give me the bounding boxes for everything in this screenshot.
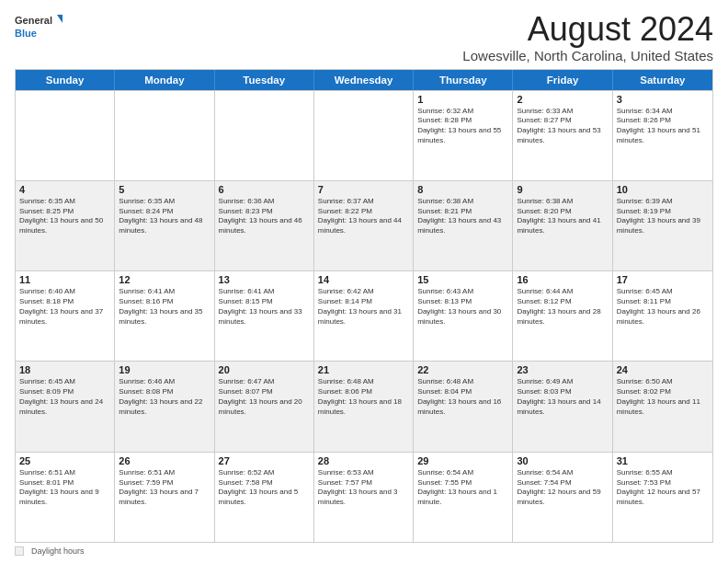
svg-marker-2 [57,15,63,26]
calendar-week-2: 4Sunrise: 6:35 AMSunset: 8:25 PMDaylight… [16,180,712,270]
day-number: 21 [318,364,409,375]
calendar-body: 1Sunrise: 6:32 AMSunset: 8:28 PMDaylight… [16,90,712,542]
day-info: Sunrise: 6:43 AMSunset: 8:13 PMDaylight:… [417,287,508,327]
day-number: 31 [617,455,709,466]
day-info: Sunrise: 6:52 AMSunset: 7:58 PMDaylight:… [219,468,310,508]
calendar-header-cell: Thursday [414,70,513,90]
day-number: 26 [119,455,210,466]
day-number: 23 [517,364,608,375]
day-number: 14 [318,274,409,285]
calendar-cell: 31Sunrise: 6:55 AMSunset: 7:53 PMDayligh… [613,453,712,542]
calendar: SundayMondayTuesdayWednesdayThursdayFrid… [15,69,713,543]
svg-text:Blue: Blue [15,28,37,39]
day-number: 9 [517,184,608,195]
day-info: Sunrise: 6:37 AMSunset: 8:22 PMDaylight:… [318,197,409,236]
calendar-cell: 8Sunrise: 6:38 AMSunset: 8:21 PMDaylight… [414,181,513,270]
calendar-cell: 18Sunrise: 6:45 AMSunset: 8:09 PMDayligh… [16,362,115,451]
calendar-cell: 25Sunrise: 6:51 AMSunset: 8:01 PMDayligh… [16,453,115,542]
day-info: Sunrise: 6:54 AMSunset: 7:54 PMDaylight:… [517,468,608,508]
day-number: 13 [219,274,310,285]
day-number: 2 [517,94,608,105]
day-info: Sunrise: 6:47 AMSunset: 8:07 PMDaylight:… [219,377,310,417]
day-info: Sunrise: 6:51 AMSunset: 8:01 PMDaylight:… [19,468,110,508]
day-number: 18 [19,364,110,375]
svg-text:General: General [15,15,52,26]
calendar-cell: 1Sunrise: 6:32 AMSunset: 8:28 PMDaylight… [414,91,513,180]
day-info: Sunrise: 6:54 AMSunset: 7:55 PMDaylight:… [417,468,508,508]
calendar-cell [115,91,214,180]
day-number: 22 [417,364,508,375]
day-info: Sunrise: 6:48 AMSunset: 8:06 PMDaylight:… [318,377,409,417]
day-number: 29 [417,455,508,466]
day-number: 8 [417,184,508,195]
title-block: August 2024 Lowesville, North Carolina, … [462,11,713,63]
calendar-cell: 23Sunrise: 6:49 AMSunset: 8:03 PMDayligh… [513,362,612,451]
calendar-cell: 6Sunrise: 6:36 AMSunset: 8:23 PMDaylight… [215,181,314,270]
day-number: 25 [19,455,110,466]
calendar-header-cell: Friday [513,70,612,90]
day-number: 7 [318,184,409,195]
day-info: Sunrise: 6:41 AMSunset: 8:15 PMDaylight:… [219,287,310,327]
day-info: Sunrise: 6:33 AMSunset: 8:27 PMDaylight:… [517,107,608,146]
day-number: 11 [19,274,110,285]
calendar-header-cell: Saturday [613,70,712,90]
main-title: August 2024 [462,11,713,48]
day-info: Sunrise: 6:50 AMSunset: 8:02 PMDaylight:… [617,377,709,417]
calendar-week-5: 25Sunrise: 6:51 AMSunset: 8:01 PMDayligh… [16,452,712,542]
calendar-cell: 13Sunrise: 6:41 AMSunset: 8:15 PMDayligh… [215,271,314,361]
calendar-cell: 15Sunrise: 6:43 AMSunset: 8:13 PMDayligh… [414,271,513,361]
day-number: 30 [517,455,608,466]
day-number: 17 [617,274,709,285]
calendar-week-4: 18Sunrise: 6:45 AMSunset: 8:09 PMDayligh… [16,361,712,451]
calendar-cell [314,91,414,180]
day-number: 19 [119,364,210,375]
day-number: 1 [417,94,508,105]
calendar-cell: 7Sunrise: 6:37 AMSunset: 8:22 PMDaylight… [314,181,414,270]
day-info: Sunrise: 6:53 AMSunset: 7:57 PMDaylight:… [318,468,409,508]
calendar-cell: 16Sunrise: 6:44 AMSunset: 8:12 PMDayligh… [513,271,612,361]
calendar-cell: 20Sunrise: 6:47 AMSunset: 8:07 PMDayligh… [215,362,314,451]
calendar-week-3: 11Sunrise: 6:40 AMSunset: 8:18 PMDayligh… [16,270,712,361]
calendar-cell: 11Sunrise: 6:40 AMSunset: 8:18 PMDayligh… [16,271,115,361]
calendar-cell: 10Sunrise: 6:39 AMSunset: 8:19 PMDayligh… [613,181,712,270]
calendar-cell: 28Sunrise: 6:53 AMSunset: 7:57 PMDayligh… [314,453,414,542]
day-info: Sunrise: 6:38 AMSunset: 8:20 PMDaylight:… [517,197,608,236]
calendar-cell: 12Sunrise: 6:41 AMSunset: 8:16 PMDayligh… [115,271,214,361]
day-info: Sunrise: 6:45 AMSunset: 8:11 PMDaylight:… [617,287,709,327]
calendar-header: SundayMondayTuesdayWednesdayThursdayFrid… [16,70,712,90]
calendar-cell: 26Sunrise: 6:51 AMSunset: 7:59 PMDayligh… [115,453,214,542]
legend: Daylight hours [15,546,713,556]
calendar-cell: 27Sunrise: 6:52 AMSunset: 7:58 PMDayligh… [215,453,314,542]
calendar-cell: 17Sunrise: 6:45 AMSunset: 8:11 PMDayligh… [613,271,712,361]
day-info: Sunrise: 6:32 AMSunset: 8:28 PMDaylight:… [417,107,508,146]
day-info: Sunrise: 6:41 AMSunset: 8:16 PMDaylight:… [119,287,210,327]
day-number: 6 [219,184,310,195]
calendar-cell: 19Sunrise: 6:46 AMSunset: 8:08 PMDayligh… [115,362,214,451]
day-info: Sunrise: 6:40 AMSunset: 8:18 PMDaylight:… [19,287,110,327]
day-number: 27 [219,455,310,466]
day-info: Sunrise: 6:48 AMSunset: 8:04 PMDaylight:… [417,377,508,417]
calendar-header-cell: Monday [115,70,214,90]
day-number: 15 [417,274,508,285]
day-number: 10 [617,184,709,195]
calendar-cell: 24Sunrise: 6:50 AMSunset: 8:02 PMDayligh… [613,362,712,451]
day-info: Sunrise: 6:38 AMSunset: 8:21 PMDaylight:… [417,197,508,236]
day-info: Sunrise: 6:35 AMSunset: 8:24 PMDaylight:… [119,197,210,236]
day-number: 12 [119,274,210,285]
calendar-header-cell: Wednesday [314,70,414,90]
day-number: 16 [517,274,608,285]
subtitle: Lowesville, North Carolina, United State… [462,48,713,63]
calendar-cell [215,91,314,180]
calendar-cell: 30Sunrise: 6:54 AMSunset: 7:54 PMDayligh… [513,453,612,542]
day-number: 28 [318,455,409,466]
calendar-cell: 4Sunrise: 6:35 AMSunset: 8:25 PMDaylight… [16,181,115,270]
day-number: 3 [617,94,709,105]
day-info: Sunrise: 6:39 AMSunset: 8:19 PMDaylight:… [617,197,709,236]
day-info: Sunrise: 6:55 AMSunset: 7:53 PMDaylight:… [617,468,709,508]
calendar-header-cell: Tuesday [215,70,314,90]
calendar-cell: 5Sunrise: 6:35 AMSunset: 8:24 PMDaylight… [115,181,214,270]
calendar-cell: 9Sunrise: 6:38 AMSunset: 8:20 PMDaylight… [513,181,612,270]
calendar-cell: 2Sunrise: 6:33 AMSunset: 8:27 PMDaylight… [513,91,612,180]
legend-label: Daylight hours [31,546,85,556]
day-info: Sunrise: 6:49 AMSunset: 8:03 PMDaylight:… [517,377,608,417]
